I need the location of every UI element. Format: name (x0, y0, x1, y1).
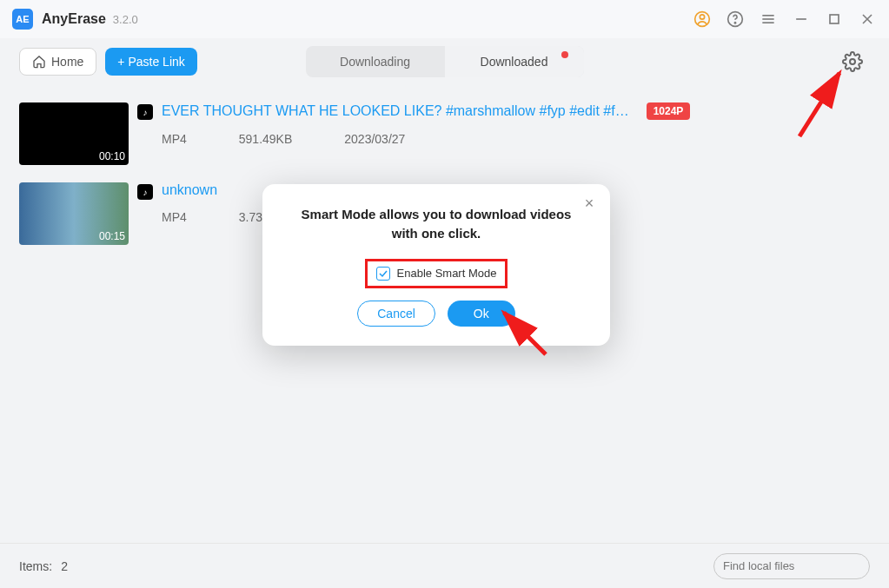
minimize-icon[interactable] (792, 10, 811, 29)
smart-mode-dialog: × Smart Mode allows you to download vide… (262, 184, 610, 346)
app-version: 3.2.0 (113, 13, 138, 26)
notification-dot (561, 51, 568, 58)
help-icon[interactable] (726, 10, 745, 29)
status-bar: Items: 2 (0, 543, 889, 588)
tab-downloading[interactable]: Downloading (306, 46, 445, 77)
svg-rect-8 (830, 15, 839, 23)
svg-point-1 (700, 15, 704, 19)
dialog-message: Smart Mode allows you to download videos… (285, 205, 587, 243)
size-label: 3.73 (239, 210, 262, 224)
search-field[interactable] (723, 559, 869, 572)
menu-icon[interactable] (759, 10, 778, 29)
paste-link-button[interactable]: + Paste Link (105, 48, 196, 76)
app-logo: AE (12, 9, 33, 30)
dialog-close-icon[interactable]: × (581, 195, 598, 212)
items-count: 2 (61, 559, 68, 573)
enable-smart-mode-checkbox[interactable]: Enable Smart Mode (365, 259, 508, 288)
video-title[interactable]: unknown (162, 182, 217, 198)
app-name: AnyErase (42, 11, 106, 27)
video-title[interactable]: EVER THOUGHT WHAT HE LOOKED LIKE? #marsh… (162, 103, 629, 119)
settings-icon[interactable] (842, 51, 863, 72)
duration-label: 00:10 (99, 150, 125, 162)
home-label: Home (51, 55, 83, 69)
tab-downloaded[interactable]: Downloaded (445, 46, 584, 77)
items-label: Items: (19, 559, 52, 573)
account-icon[interactable] (693, 10, 712, 29)
close-icon[interactable] (858, 10, 877, 29)
ok-button[interactable]: Ok (448, 301, 515, 327)
cancel-button[interactable]: Cancel (357, 301, 435, 327)
quality-badge: 1024P (647, 102, 691, 120)
format-label: MP4 (162, 132, 187, 146)
search-input[interactable] (713, 553, 870, 579)
list-item: 00:10 ♪ EVER THOUGHT WHAT HE LOOKED LIKE… (19, 94, 870, 174)
maximize-icon[interactable] (825, 10, 844, 29)
svg-point-11 (850, 59, 855, 64)
titlebar: AE AnyErase 3.2.0 (0, 0, 889, 38)
checkbox-label: Enable Smart Mode (397, 267, 497, 280)
size-label: 591.49KB (239, 132, 293, 146)
format-label: MP4 (162, 210, 187, 224)
checkbox-icon (376, 267, 390, 281)
tab-segment: Downloading Downloaded (306, 46, 584, 77)
home-button[interactable]: Home (19, 48, 96, 76)
video-thumbnail[interactable]: 00:10 (19, 102, 129, 165)
home-icon (32, 55, 46, 69)
toolbar: Home + Paste Link Downloading Downloaded (0, 38, 889, 85)
tiktok-icon: ♪ (137, 104, 153, 120)
date-label: 2023/03/27 (344, 132, 405, 146)
svg-point-3 (734, 23, 735, 23)
video-thumbnail[interactable]: 00:15 (19, 182, 129, 245)
tab-downloaded-label: Downloaded (481, 55, 548, 69)
tiktok-icon: ♪ (137, 184, 153, 200)
duration-label: 00:15 (99, 230, 125, 242)
